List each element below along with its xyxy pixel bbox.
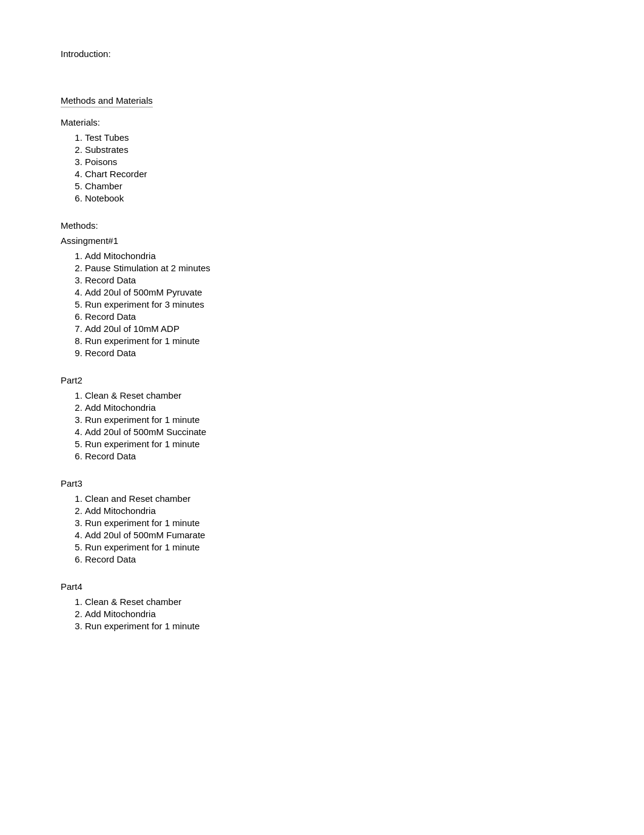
methods-materials-section: Methods and Materials Materials: Test Tu… — [61, 95, 583, 631]
list-item: Add 20ul of 500mM Succinate — [85, 427, 583, 437]
list-item: Chamber — [85, 181, 583, 191]
list-item: Record Data — [85, 451, 583, 461]
list-item: Add 20ul of 10mM ADP — [85, 323, 583, 334]
list-item: Add 20ul of 500mM Pyruvate — [85, 287, 583, 297]
list-item: Clean & Reset chamber — [85, 597, 583, 607]
materials-label: Materials: — [61, 117, 583, 127]
list-item: Run experiment for 1 minute — [85, 439, 583, 449]
part3-label: Part3 — [61, 478, 583, 488]
methods-materials-title: Methods and Materials — [61, 95, 153, 107]
list-item: Run experiment for 1 minute — [85, 542, 583, 552]
list-item: Poisons — [85, 157, 583, 167]
list-item: Record Data — [85, 311, 583, 322]
list-item: Pause Stimulation at 2 minutes — [85, 263, 583, 273]
list-item: Test Tubes — [85, 132, 583, 143]
methods-label: Methods: — [61, 220, 583, 231]
part4-section: Part4 Clean & Reset chamber Add Mitochon… — [61, 581, 583, 631]
list-item: Record Data — [85, 348, 583, 358]
list-item: Record Data — [85, 275, 583, 285]
materials-section: Materials: Test Tubes Substrates Poisons… — [61, 117, 583, 203]
list-item: Run experiment for 1 minute — [85, 621, 583, 631]
materials-list: Test Tubes Substrates Poisons Chart Reco… — [85, 132, 583, 203]
introduction-label: Introduction: — [61, 49, 583, 59]
list-item: Clean & Reset chamber — [85, 390, 583, 401]
list-item: Run experiment for 1 minute — [85, 518, 583, 528]
assignment1-section: Assingment#1 Add Mitochondria Pause Stim… — [61, 235, 583, 358]
list-item: Add Mitochondria — [85, 609, 583, 619]
part3-list: Clean and Reset chamber Add Mitochondria… — [85, 493, 583, 564]
assignment1-list: Add Mitochondria Pause Stimulation at 2 … — [85, 251, 583, 358]
list-item: Notebook — [85, 193, 583, 203]
list-item: Record Data — [85, 554, 583, 564]
assignment1-label: Assingment#1 — [61, 235, 583, 246]
list-item: Add Mitochondria — [85, 505, 583, 516]
list-item: Chart Recorder — [85, 169, 583, 179]
list-item: Run experiment for 1 minute — [85, 414, 583, 425]
part4-list: Clean & Reset chamber Add Mitochondria R… — [85, 597, 583, 631]
list-item: Clean and Reset chamber — [85, 493, 583, 504]
methods-section: Methods: Assingment#1 Add Mitochondria P… — [61, 220, 583, 631]
list-item: Substrates — [85, 144, 583, 155]
part3-section: Part3 Clean and Reset chamber Add Mitoch… — [61, 478, 583, 564]
part2-list: Clean & Reset chamber Add Mitochondria R… — [85, 390, 583, 461]
list-item: Add 20ul of 500mM Fumarate — [85, 530, 583, 540]
list-item: Run experiment for 1 minute — [85, 336, 583, 346]
introduction-section: Introduction: — [61, 49, 583, 59]
part2-label: Part2 — [61, 375, 583, 385]
list-item: Add Mitochondria — [85, 251, 583, 261]
part4-label: Part4 — [61, 581, 583, 592]
list-item: Add Mitochondria — [85, 402, 583, 413]
list-item: Run experiment for 3 minutes — [85, 299, 583, 309]
part2-section: Part2 Clean & Reset chamber Add Mitochon… — [61, 375, 583, 461]
